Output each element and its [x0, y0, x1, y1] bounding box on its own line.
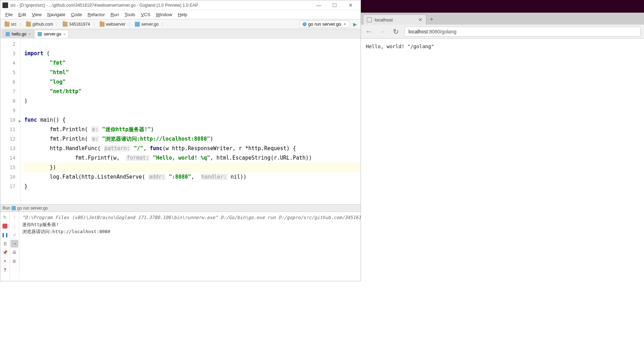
- line-number: 13: [0, 144, 15, 153]
- rerun-button[interactable]: ↻: [1, 213, 9, 221]
- code-line[interactable]: "fmt": [24, 58, 361, 68]
- toolbar: src〉github.com〉345161974〉webserver〉serve…: [0, 19, 361, 29]
- browser-titlebar-dark: [361, 0, 644, 13]
- browser-address-bar: ← → ↻ localhost:8080/golang: [361, 25, 644, 39]
- crumb-src[interactable]: src: [2, 22, 19, 27]
- code-line[interactable]: fmt.Println( a: "迷你http服务器!"): [24, 125, 361, 134]
- line-number: 17: [0, 182, 15, 191]
- minimize-button[interactable]: —: [311, 2, 327, 8]
- menu-help[interactable]: Help: [176, 11, 189, 18]
- code-line[interactable]: import (: [24, 49, 361, 58]
- menu-code[interactable]: Code: [69, 11, 84, 18]
- folder-icon: [63, 22, 68, 27]
- close-tab-button[interactable]: ✕: [418, 17, 423, 23]
- code-line[interactable]: "log": [24, 77, 361, 87]
- reload-button[interactable]: ↻: [391, 27, 400, 36]
- code-line[interactable]: fmt.Println( a: "浏览器请访问:http://localhost…: [24, 134, 361, 144]
- go-icon: [12, 206, 16, 210]
- menu-edit[interactable]: Edit: [16, 11, 28, 18]
- maximize-button[interactable]: ☐: [327, 2, 343, 8]
- ide-window: src - [D:\gopro\src] - ...\github.com\34…: [0, 0, 361, 281]
- url-input[interactable]: localhost:8080/golang: [405, 27, 640, 37]
- code-line[interactable]: log.Fatal(http.ListenAndServe( addr: ":8…: [24, 172, 361, 182]
- url-host: localhost: [408, 29, 428, 34]
- console-line: "D:\Program Files (x86)\JetBrains\Goglan…: [22, 214, 419, 221]
- code-line[interactable]: fmt.Fprintf(w, format: "Hello, world! %q…: [24, 153, 361, 163]
- close-run-button[interactable]: ✕: [1, 257, 9, 265]
- code-line[interactable]: }: [24, 182, 361, 191]
- crumb-server-go[interactable]: server.go: [133, 22, 161, 27]
- soft-wrap-button[interactable]: ⤶: [11, 231, 18, 239]
- menu-vcs[interactable]: VCS: [139, 11, 152, 18]
- run-panel: ↻ ❚❚ ⎙ 📌 ✕ ? ↑ ↓ ⤶ ⇥ 🖶 🗑 "D:\Program Fil…: [0, 212, 361, 279]
- folder-icon: [100, 22, 105, 27]
- close-button[interactable]: ✕: [343, 2, 358, 8]
- stop-button[interactable]: [2, 224, 7, 229]
- file-icon: [135, 22, 140, 27]
- code-line[interactable]: ): [24, 96, 361, 106]
- editor-tabs: hello.go×server.go×: [0, 29, 361, 38]
- run-panel-config: go run server.go: [17, 206, 48, 211]
- title-bar: src - [D:\gopro\src] - ...\github.com\34…: [0, 0, 361, 10]
- run-line-marker-icon[interactable]: ▶: [19, 116, 21, 126]
- crumb-github-com[interactable]: github.com: [24, 22, 55, 27]
- chevron-right-icon: 〉: [162, 21, 165, 27]
- menu-refactor[interactable]: Refactor: [86, 11, 107, 18]
- menu-file[interactable]: File: [3, 11, 15, 18]
- browser-tab[interactable]: localhost ✕: [363, 14, 426, 25]
- editor: ▶ 234567891011121314151617 import ( "fmt…: [0, 38, 361, 204]
- menu-navigate[interactable]: Navigate: [45, 11, 67, 18]
- dump-threads-button[interactable]: ⎙: [1, 240, 9, 248]
- close-tab-icon[interactable]: ×: [63, 32, 65, 36]
- line-number: 10: [0, 115, 15, 125]
- crumb-345161974[interactable]: 345161974: [61, 22, 92, 27]
- run-panel-header[interactable]: Run go run server.go: [0, 204, 361, 212]
- menu-window[interactable]: Window: [154, 11, 174, 18]
- browser-window: localhost ✕ + ← → ↻ localhost:8080/golan…: [361, 0, 644, 281]
- help-button[interactable]: ?: [1, 266, 9, 274]
- tab-hello-go[interactable]: hello.go×: [2, 30, 34, 38]
- code-area[interactable]: import ( "fmt" "html" "log" "net/http")f…: [21, 38, 361, 204]
- code-line[interactable]: [24, 106, 361, 115]
- pause-button[interactable]: ❚❚: [1, 231, 9, 239]
- down-button[interactable]: ↓: [11, 222, 18, 230]
- go-file-icon: [38, 32, 42, 36]
- code-line[interactable]: "html": [24, 68, 361, 77]
- code-line[interactable]: [24, 39, 361, 49]
- clear-button[interactable]: 🗑: [11, 257, 18, 265]
- print-button[interactable]: 🖶: [11, 249, 18, 256]
- crumb-webserver[interactable]: webserver: [98, 22, 127, 27]
- code-line[interactable]: "net/http": [24, 87, 361, 96]
- run-button[interactable]: ▶: [352, 21, 358, 27]
- go-file-icon: [6, 32, 10, 36]
- menu-tools[interactable]: Tools: [123, 11, 137, 18]
- folder-icon: [26, 22, 31, 27]
- menu-view[interactable]: View: [30, 11, 44, 18]
- back-button[interactable]: ←: [364, 27, 374, 36]
- line-number: 14: [0, 153, 15, 163]
- menu-run[interactable]: Run: [108, 11, 121, 18]
- code-line[interactable]: }): [24, 163, 361, 172]
- tab-server-go[interactable]: server.go×: [35, 30, 69, 38]
- run-config-label: go run server.go: [308, 21, 341, 27]
- scroll-to-end-button[interactable]: ⇥: [11, 240, 18, 248]
- pin-button[interactable]: 📌: [1, 249, 9, 256]
- breadcrumb: src〉github.com〉345161974〉webserver〉serve…: [2, 21, 299, 27]
- line-number: 16: [0, 172, 15, 182]
- forward-button[interactable]: →: [378, 27, 387, 36]
- url-rest: :8080/golang: [428, 29, 456, 34]
- console-line: 迷你http服务器!: [22, 221, 419, 228]
- run-tool-column-2: ↑ ↓ ⤶ ⇥ 🖶 🗑: [10, 212, 19, 279]
- browser-content: Hello, world! "/golang": [361, 39, 644, 54]
- line-number: 5: [0, 68, 15, 77]
- line-number: 3: [0, 49, 15, 58]
- code-line[interactable]: func main() {: [24, 115, 361, 125]
- close-tab-icon[interactable]: ×: [29, 32, 31, 36]
- up-button[interactable]: ↑: [11, 213, 18, 221]
- code-line[interactable]: http.HandleFunc( pattern: "/", func(w ht…: [24, 144, 361, 153]
- run-panel-label: Run: [2, 206, 10, 211]
- run-config-selector[interactable]: go run server.go ▼: [299, 20, 350, 28]
- new-tab-button[interactable]: +: [426, 16, 437, 25]
- line-number: 6: [0, 77, 15, 87]
- line-number: 2: [0, 39, 15, 49]
